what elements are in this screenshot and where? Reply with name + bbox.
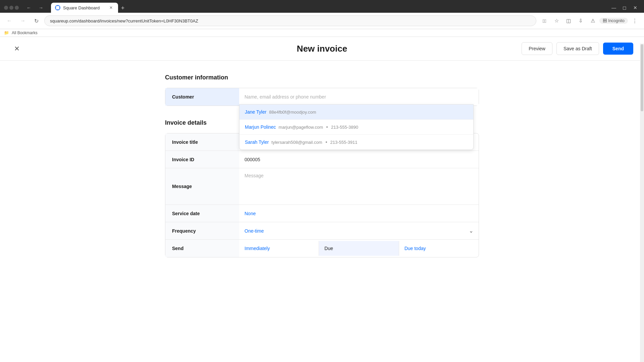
maximize-btn[interactable]: ◻ (620, 3, 629, 12)
customer-email-sarah: tylersarah508@gmail.com (271, 140, 322, 145)
save-draft-button[interactable]: Save as Draft (556, 42, 599, 55)
customer-dropdown-container: Jane Tyler 88e4fb0f@moodjoy.com Marjun P… (245, 94, 473, 100)
dropdown-item-marjun[interactable]: Marjun Polinec marjun@pageflow.com 213-5… (239, 120, 473, 135)
customer-value: Jane Tyler 88e4fb0f@moodjoy.com Marjun P… (239, 88, 479, 106)
app-header: ✕ New invoice Preview Save as Draft Send (0, 37, 644, 61)
invoice-id-text: 000005 (245, 157, 260, 162)
send-options: Immediately Due Due today (239, 240, 479, 257)
customer-form-table: Customer Jane Tyler 88e4fb0f@moodjoy.com (165, 88, 479, 106)
customer-name-marjun: Marjun Polinec (245, 124, 276, 130)
dot-separator-sarah (326, 141, 327, 143)
customer-phone-marjun: 213-555-3890 (331, 125, 358, 130)
browser-forward-btn[interactable]: → (36, 3, 46, 12)
close-window-btn[interactable]: ✕ (631, 3, 640, 12)
customer-section-title: Customer information (165, 74, 479, 81)
customer-email-marjun: marjun@pageflow.com (279, 125, 323, 130)
active-tab[interactable]: Square Dashboard ✕ (51, 3, 118, 13)
customer-name-sarah: Sarah Tyler (245, 139, 269, 145)
tab-favicon (55, 5, 60, 10)
extension-icon[interactable]: ◫ (563, 15, 574, 26)
dropdown-item-sarah[interactable]: Sarah Tyler tylersarah508@gmail.com 213-… (239, 135, 473, 149)
bookmarks-bar: 📁 All Bookmarks (0, 29, 644, 37)
scrollbar-thumb (641, 44, 643, 111)
star-icon[interactable]: ☆ (551, 15, 562, 26)
invoice-id-label: Invoice ID (165, 151, 239, 168)
tab-close-btn[interactable]: ✕ (108, 5, 114, 11)
customer-label: Customer (165, 88, 239, 106)
send-immediately-option[interactable]: Immediately (239, 241, 319, 256)
browser-actions: 👁̸ ☆ ◫ ⇩ ⚠ 🆧 Incognito ⋮ (539, 15, 640, 26)
frequency-label: Frequency (165, 222, 239, 239)
profile-icon[interactable]: ⚠ (587, 15, 598, 26)
message-textarea[interactable] (245, 173, 473, 200)
frequency-value: One-time ⌄ (239, 222, 479, 239)
service-date-label: Service date (165, 205, 239, 222)
send-row: Send Immediately Due Due today (165, 240, 479, 257)
frequency-text: One-time (245, 228, 264, 234)
customer-info-section: Customer information Customer Jane Tyler… (165, 74, 479, 106)
customer-phone-sarah: 213-555-3911 (330, 140, 358, 145)
download-icon[interactable]: ⇩ (575, 15, 586, 26)
frequency-selector[interactable]: One-time ⌄ (245, 228, 473, 234)
scrollbar[interactable] (640, 44, 644, 272)
browser-title-bar: ← → Square Dashboard ✕ + — ◻ ✕ (0, 0, 644, 13)
app-container: ✕ New invoice Preview Save as Draft Send… (0, 37, 644, 272)
send-label: Send (165, 240, 239, 257)
minimize-btn[interactable]: — (609, 3, 619, 12)
customer-name-jane: Jane Tyler (245, 109, 266, 115)
reload-btn[interactable]: ↻ (31, 15, 42, 26)
dot-separator-marjun (326, 126, 328, 128)
incognito-label: Incognito (608, 18, 625, 23)
tab-title: Square Dashboard (63, 5, 100, 10)
invoice-id-value: 000005 (239, 151, 479, 168)
back-nav-btn[interactable]: ← (4, 15, 15, 26)
message-value (239, 168, 479, 204)
svg-rect-0 (56, 6, 59, 9)
customer-dropdown: Jane Tyler 88e4fb0f@moodjoy.com Marjun P… (239, 104, 474, 150)
header-actions: Preview Save as Draft Send (522, 42, 633, 55)
dropdown-item-jane[interactable]: Jane Tyler 88e4fb0f@moodjoy.com (239, 105, 473, 120)
service-date-link[interactable]: None (245, 211, 256, 216)
service-date-row: Service date None (165, 205, 479, 222)
incognito-badge: 🆧 Incognito (599, 18, 628, 24)
browser-chrome: ← → Square Dashboard ✕ + — ◻ ✕ ← → ↻ 👁̸ (0, 0, 644, 37)
bookmarks-label: All Bookmarks (12, 31, 38, 35)
frequency-row: Frequency One-time ⌄ (165, 222, 479, 240)
chevron-down-icon: ⌄ (469, 228, 473, 234)
send-button[interactable]: Send (603, 43, 633, 55)
message-label: Message (165, 168, 239, 204)
main-content: Customer information Customer Jane Tyler… (154, 61, 490, 271)
browser-back-btn[interactable]: ← (24, 3, 34, 12)
send-due-today-option[interactable]: Due today (399, 241, 479, 256)
menu-icon[interactable]: ⋮ (629, 15, 640, 26)
eye-slash-icon[interactable]: 👁̸ (539, 15, 550, 26)
invoice-form-table: Invoice title Invoice ID 000005 Message (165, 133, 479, 257)
customer-input[interactable] (245, 94, 473, 100)
close-button[interactable]: ✕ (11, 43, 23, 55)
send-due-option[interactable]: Due (319, 241, 399, 256)
browser-toolbar: ← → ↻ 👁̸ ☆ ◫ ⇩ ⚠ 🆧 Incognito ⋮ (0, 13, 644, 29)
forward-nav-btn[interactable]: → (17, 15, 28, 26)
invoice-title-label: Invoice title (165, 133, 239, 150)
preview-button[interactable]: Preview (522, 42, 552, 55)
customer-row: Customer Jane Tyler 88e4fb0f@moodjoy.com (165, 88, 479, 106)
invoice-id-row: Invoice ID 000005 (165, 151, 479, 168)
address-bar[interactable] (44, 15, 536, 26)
customer-email-jane: 88e4fb0f@moodjoy.com (269, 110, 316, 115)
tabs-bar: Square Dashboard ✕ + (48, 3, 606, 13)
service-date-value: None (239, 205, 479, 222)
header-left: ✕ (11, 43, 23, 55)
page-title: New invoice (297, 44, 347, 54)
new-tab-btn[interactable]: + (118, 3, 127, 13)
message-row: Message (165, 168, 479, 205)
